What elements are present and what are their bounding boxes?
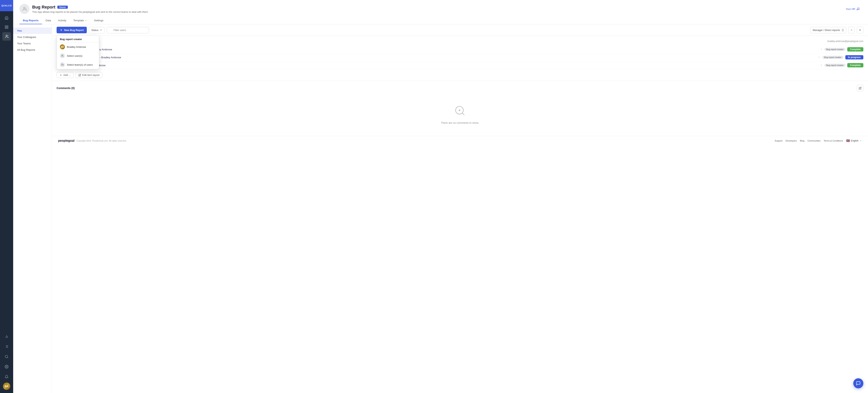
add-label: Add ... xyxy=(63,73,71,76)
app-icon xyxy=(19,4,29,14)
dropdown-item-select-users[interactable]: Select user(s) xyxy=(57,51,99,60)
sidebar-item-analytics[interactable] xyxy=(2,332,11,341)
sidebar-item-apps[interactable] xyxy=(2,23,11,31)
tab-settings[interactable]: Settings xyxy=(91,17,107,24)
left-nav-item-teams[interactable]: Your Teams xyxy=(13,40,52,47)
sidebar-item-settings[interactable] xyxy=(2,362,11,371)
svg-point-22 xyxy=(62,55,63,56)
tab-template-label: Template xyxy=(73,19,84,22)
select-teams-label: Select team(s) of users xyxy=(67,63,93,66)
status-badge-2: In progress xyxy=(845,55,863,59)
dot-3: • xyxy=(821,64,822,67)
sidebar-item-list[interactable] xyxy=(2,342,11,351)
chat-bubble[interactable] xyxy=(853,378,863,388)
dropdown-item-select-teams[interactable]: Select team(s) of users xyxy=(57,60,99,69)
svg-point-18 xyxy=(857,9,858,10)
report-row-2[interactable]: Bug report test for zapier - Bradley Amb… xyxy=(57,54,863,61)
status-select[interactable]: Status xyxy=(89,27,105,33)
status-label: Status xyxy=(91,29,98,32)
sidebar-item-notifications[interactable] xyxy=(2,372,11,381)
tab-data[interactable]: Data xyxy=(42,17,55,24)
svg-rect-0 xyxy=(5,26,6,27)
svg-point-19 xyxy=(858,9,859,10)
sidebar-bottom: BA xyxy=(2,332,11,393)
no-comments-text: There are no comments to show. xyxy=(441,121,479,124)
svg-line-35 xyxy=(462,113,464,115)
no-comments-icon xyxy=(454,105,466,119)
sidebar-item-people[interactable] xyxy=(2,32,11,41)
comments-section: Comments (0) There are no com xyxy=(52,81,868,136)
dropdown-item-user[interactable]: BA Bradley Ambrose xyxy=(57,42,99,51)
report-tag-2: Bug report creator xyxy=(822,56,843,59)
app-title: Bug Report xyxy=(32,5,55,10)
dropdown-header: Bug report creator xyxy=(57,35,99,42)
sidebar-avatar[interactable]: BA xyxy=(3,383,10,390)
footer: peoplegoal Copyright 2019, PeopleGoal.co… xyxy=(52,136,868,145)
sidebar-item-home[interactable] xyxy=(2,13,11,22)
expand-comments-button[interactable] xyxy=(857,85,863,91)
edit-layout-button[interactable]: Edit item layout xyxy=(75,72,102,78)
add-button[interactable]: Add ... xyxy=(57,72,73,78)
bottom-actions: Add ... Edit item layout xyxy=(52,69,868,81)
dropdown-user-label: Bradley Ambrose xyxy=(67,45,86,48)
manager-label: Manager / Direct reports xyxy=(813,29,840,32)
tab-bug-reports[interactable]: Bug Reports xyxy=(19,17,42,24)
svg-rect-1 xyxy=(7,26,8,27)
tab-template[interactable]: Template xyxy=(70,17,91,24)
filter-users-input[interactable] xyxy=(107,27,149,33)
svg-point-4 xyxy=(6,35,7,36)
select-users-label: Select user(s) xyxy=(67,55,82,57)
app-subtitle: This App allows bug reports to be placed… xyxy=(32,10,148,13)
svg-rect-2 xyxy=(5,28,6,29)
footer-links: Support Developers Blog Communities Term… xyxy=(775,139,862,142)
user-section: ▼ BA Bradley Ambrose bradley.ambrose@peo… xyxy=(52,36,868,69)
svg-point-14 xyxy=(5,355,8,358)
report-name-1: Matrix bug report - Bradley Ambrose xyxy=(70,48,818,51)
filter-wrapper xyxy=(107,27,808,33)
report-name-2: Bug report test for zapier - Bradley Amb… xyxy=(70,56,816,59)
sidebar-item-search[interactable] xyxy=(2,352,11,361)
status-badge-1: Complete xyxy=(847,47,863,52)
app-header: Bug Report Owner This App allows bug rep… xyxy=(13,0,868,24)
report-name-3: Bug Report - Bradley Ambrose xyxy=(70,64,818,67)
footer-logo: peoplegoal xyxy=(58,139,74,142)
edit-layout-label: Edit item layout xyxy=(82,73,100,76)
toolbar: New Bug Report Bug report creator BA Bra… xyxy=(52,24,868,36)
footer-language[interactable]: 🇬🇧 English xyxy=(846,139,862,142)
dot-1: • xyxy=(821,48,822,51)
footer-copyright: Copyright 2019, PeopleGoal.com. All righ… xyxy=(76,139,126,142)
your-hr-button[interactable]: Your HR xyxy=(843,6,862,11)
dropdown-avatar: BA xyxy=(60,44,65,50)
new-bug-button[interactable]: New Bug Report xyxy=(57,27,87,33)
report-tag-3: Bug report creator xyxy=(825,64,845,67)
sort-up-button[interactable] xyxy=(848,27,855,33)
footer-link-terms[interactable]: Terms & Conditions xyxy=(824,139,843,142)
footer-link-support[interactable]: Support xyxy=(775,139,782,142)
footer-link-developers[interactable]: Developers xyxy=(786,139,797,142)
empty-comments: There are no comments to show. xyxy=(57,97,863,132)
status-badge-3: Complete xyxy=(847,63,863,67)
footer-link-communities[interactable]: Communities xyxy=(808,139,820,142)
sidebar-nav xyxy=(0,11,13,332)
manager-select[interactable]: Manager / Direct reports xyxy=(810,27,846,33)
content-area: You Your Colleagues Your Teams All Bug R… xyxy=(13,24,868,393)
report-row[interactable]: Matrix bug report - Bradley Ambrose • Bu… xyxy=(57,45,863,54)
svg-rect-3 xyxy=(7,28,8,29)
tab-activity[interactable]: Activity xyxy=(55,17,70,24)
new-bug-label: New Bug Report xyxy=(64,29,84,32)
svg-point-16 xyxy=(6,366,7,367)
new-bug-wrapper: New Bug Report Bug report creator BA Bra… xyxy=(57,27,87,33)
footer-link-blog[interactable]: Blog xyxy=(800,139,804,142)
main-panel: New Bug Report Bug report creator BA Bra… xyxy=(52,24,868,393)
left-nav-item-all[interactable]: All Bug Reports xyxy=(13,47,52,53)
left-nav-item-you[interactable]: You xyxy=(13,28,52,34)
report-row-3[interactable]: Bug Report - Bradley Ambrose • Bug repor… xyxy=(57,61,863,69)
close-button[interactable] xyxy=(857,27,863,33)
sidebar-logo[interactable]: QUALCO xyxy=(0,0,13,11)
user-email: bradley.ambrose@peoplegoal.com xyxy=(828,40,863,42)
app-title-row: Bug Report Owner This App allows bug rep… xyxy=(19,4,862,14)
left-nav-item-colleagues[interactable]: Your Colleagues xyxy=(13,34,52,40)
dropdown-menu: Bug report creator BA Bradley Ambrose Se… xyxy=(57,35,99,69)
svg-point-23 xyxy=(62,64,63,65)
select-teams-icon xyxy=(60,62,65,67)
